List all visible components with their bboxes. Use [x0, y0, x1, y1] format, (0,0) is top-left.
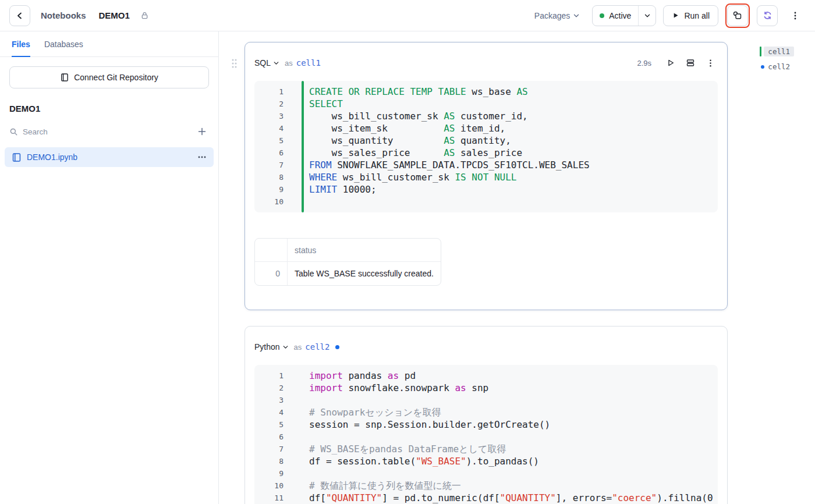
cell-python-cell2[interactable]: Python as cell2 1import pandas as pd2imp… [245, 326, 728, 504]
chevron-down-icon [643, 12, 651, 20]
code-line: 7FROM SNOWFLAKE_SAMPLE_DATA.TPCDS_SF10TC… [254, 159, 718, 171]
kebab-vertical-icon [706, 59, 715, 68]
page-title: DEMO1 [99, 10, 130, 20]
copy-icon [732, 10, 743, 21]
cell1-header: SQL as cell1 2.9s [254, 54, 718, 72]
refresh-connection-button[interactable] [757, 5, 778, 26]
code-line: 11df["QUANTITY"] = pd.to_numeric(df["QUA… [254, 492, 718, 504]
outline-modified-dot [761, 65, 764, 69]
cell1-language-dropdown[interactable]: SQL [254, 58, 280, 68]
cell1-code-editor[interactable]: 1CREATE OR REPLACE TEMP TABLE ws_base AS… [254, 81, 718, 212]
result-status-header: status [288, 239, 441, 262]
chevron-down-icon [572, 12, 580, 20]
packages-dropdown[interactable]: Packages [534, 11, 580, 20]
duplicate-notebook-button[interactable] [727, 5, 748, 26]
cell1-more-menu-button[interactable] [703, 55, 718, 70]
kebab-vertical-icon [791, 11, 800, 20]
breadcrumb-notebooks[interactable]: Notebooks [41, 10, 86, 20]
result-row-index: 0 [255, 262, 288, 285]
play-icon [672, 12, 679, 19]
active-status-dot [600, 13, 604, 18]
packages-label: Packages [534, 11, 570, 20]
cell2-name[interactable]: cell2 [305, 342, 329, 352]
privacy-lock-icon [140, 11, 149, 20]
search-icon [9, 127, 18, 136]
code-line: 9LIMIT 10000; [254, 183, 718, 196]
code-line: 8df = session.table("WS_BASE").to_pandas… [254, 455, 718, 467]
file-search-row [9, 123, 209, 140]
search-input[interactable] [23, 127, 190, 136]
code-line: 4# Snowparkセッションを取得 [254, 406, 718, 418]
cell1-display-mode-button[interactable] [683, 55, 698, 70]
code-line: 2SELECT [254, 98, 718, 110]
run-all-button[interactable]: Run all [663, 5, 718, 26]
outline-cell2-label: cell2 [768, 62, 790, 71]
code-line: 1import pandas as pd [254, 370, 718, 382]
chevron-down-icon [282, 343, 289, 351]
sidebar-tabs: Files Databases [0, 31, 218, 57]
outline-cell1-label: cell1 [764, 47, 794, 56]
result-row-status: Table WS_BASE successfully created. [288, 262, 441, 285]
result-header-row: status [255, 239, 441, 262]
cell1-as-label: as [285, 59, 293, 68]
cell-drag-handle[interactable] [231, 58, 237, 71]
status-label: Active [609, 11, 631, 20]
file-name: DEMO1.ipynb [27, 152, 192, 162]
file-item-demo1-ipynb[interactable]: DEMO1.ipynb [5, 147, 214, 167]
cell-sql-cell1[interactable]: SQL as cell1 2.9s 1CREATE OR REPLACE TEM… [245, 42, 728, 310]
cell2-language-label: Python [254, 342, 280, 352]
code-line: 6 ws_sales_price AS sales_price [254, 147, 718, 159]
play-icon [667, 59, 675, 67]
outline-item-cell2[interactable]: cell2 [760, 62, 790, 71]
cell1-result-table: status 0 Table WS_BASE successfully crea… [254, 238, 441, 286]
cell1-code-lines: 1CREATE OR REPLACE TEMP TABLE ws_base AS… [254, 86, 718, 208]
notebook-section-title: DEMO1 [9, 104, 209, 113]
grip-dots-icon [231, 58, 237, 69]
cell1-language-label: SQL [254, 58, 271, 68]
more-menu-button[interactable] [785, 5, 806, 26]
add-file-button[interactable] [195, 125, 209, 139]
code-line: 2import snowflake.snowpark as snp [254, 382, 718, 394]
back-button[interactable] [9, 5, 30, 26]
cell1-run-success-bar [302, 81, 304, 212]
cell2-language-dropdown[interactable]: Python [254, 342, 289, 352]
tab-databases[interactable]: Databases [44, 31, 83, 56]
code-line: 3 ws_bill_customer_sk AS customer_id, [254, 110, 718, 122]
cell1-run-duration: 2.9s [637, 59, 651, 68]
cell-outline: cell1 cell2 [760, 47, 794, 71]
run-all-label: Run all [684, 11, 710, 20]
plus-icon [197, 127, 207, 136]
cell1-run-button[interactable] [663, 55, 678, 70]
cell2-code-lines: 1import pandas as pd2import snowflake.sn… [254, 370, 718, 504]
code-line: 9 [254, 467, 718, 480]
result-row[interactable]: 0 Table WS_BASE successfully created. [255, 262, 441, 285]
annotation-highlight [725, 3, 750, 28]
cell2-modified-dot [335, 345, 339, 349]
code-line: 3 [254, 394, 718, 406]
code-line: 5 ws_quantity AS quantity, [254, 134, 718, 147]
tab-files[interactable]: Files [12, 31, 30, 56]
session-status-button[interactable]: Active [592, 5, 656, 26]
top-bar: Notebooks DEMO1 Packages Active Run all [0, 0, 815, 31]
kebab-horizontal-icon [197, 152, 207, 162]
cell2-code-editor[interactable]: 1import pandas as pd2import snowflake.sn… [254, 365, 718, 504]
notebook-canvas: SQL as cell1 2.9s 1CREATE OR REPLACE TEM… [219, 31, 815, 504]
chevron-left-icon [15, 11, 24, 20]
status-chevron-button[interactable] [638, 6, 655, 26]
cell2-header: Python as cell2 [254, 338, 718, 356]
code-line: 10# 数値計算に使う列を数値型に統一 [254, 480, 718, 492]
connect-git-button[interactable]: Connect Git Repository [9, 66, 209, 88]
connect-git-label: Connect Git Repository [74, 73, 158, 82]
git-repository-icon [60, 73, 69, 82]
outline-success-bar [760, 47, 761, 56]
cell1-name[interactable]: cell1 [296, 58, 321, 68]
outline-item-cell1[interactable]: cell1 [760, 47, 794, 56]
chevron-down-icon [272, 59, 280, 67]
code-line: 6 [254, 431, 718, 443]
cell2-as-label: as [294, 343, 302, 352]
file-more-menu-button[interactable] [197, 152, 207, 162]
code-line: 4 ws_item_sk AS item_id, [254, 122, 718, 134]
code-line: 5session = snp.Session.builder.getOrCrea… [254, 418, 718, 431]
code-line: 8WHERE ws_bill_customer_sk IS NOT NULL [254, 171, 718, 183]
sync-arrows-icon [763, 10, 773, 20]
